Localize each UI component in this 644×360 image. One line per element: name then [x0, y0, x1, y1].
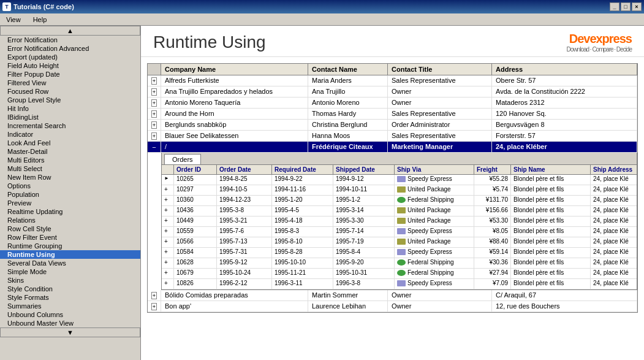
sidebar-item[interactable]: Row Cell Style [0, 224, 140, 233]
main-grid-rows: + Alfreds Futterkiste Maria Anders Sales… [148, 75, 637, 142]
sidebar-item[interactable]: Filter Popup Date [0, 70, 140, 79]
expand-btn[interactable]: + [148, 290, 161, 301]
table-row[interactable]: + Antonio Moreno Taquería Antonio Moreno… [148, 98, 637, 109]
expand-icon[interactable]: + [151, 88, 157, 96]
sub-table-row[interactable]: + 10826 1996-2-12 1996-3-11 1996-3-8 Spe… [162, 279, 637, 289]
selected-row[interactable]: − / Frédérique Citeaux Marketing Manager… [148, 142, 637, 153]
sub-expand[interactable]: + [162, 216, 174, 226]
sidebar-item[interactable]: Unbound Columns [0, 310, 140, 319]
table-row[interactable]: + Berglunds snabbköp Christina Berglund … [148, 120, 637, 131]
sub-table-row[interactable]: + 10360 1994-12-23 1995-1-20 1995-1-2 Fe… [162, 196, 637, 206]
expand-btn[interactable]: + [148, 98, 161, 108]
table-row[interactable]: + Bólido Comidas preparadas Martin Somme… [148, 290, 637, 301]
sidebar-item[interactable]: Master-Detail [0, 147, 140, 156]
company-cell: Antonio Moreno Taquería [161, 98, 308, 108]
expand-icon[interactable]: + [151, 121, 157, 129]
expand-btn[interactable]: + [148, 120, 161, 130]
expand-btn[interactable]: + [148, 109, 161, 119]
table-row[interactable]: + Around the Horn Thomas Hardy Sales Rep… [148, 109, 637, 120]
sidebar-scroll-up[interactable]: ▲ [0, 26, 140, 36]
ship-via-cell: Speedy Express [397, 280, 452, 286]
sidebar-item[interactable]: Error Notification [0, 36, 140, 44]
sidebar-item[interactable]: Row Filter Event [0, 233, 140, 242]
sidebar-scroll-down[interactable]: ▼ [0, 327, 140, 337]
expand-btn[interactable]: + [148, 301, 161, 312]
sidebar-item[interactable]: IBidingList [0, 113, 140, 121]
sub-expand[interactable]: + [162, 185, 174, 195]
sidebar-item[interactable]: Runtime Grouping [0, 242, 140, 250]
sub-expand[interactable]: + [162, 269, 174, 278]
sidebar-item[interactable]: Several Data Views [0, 259, 140, 267]
table-row[interactable]: + Ana Trujillo Emparedados y helados Ana… [148, 86, 637, 98]
expand-icon[interactable]: + [151, 132, 157, 140]
sidebar-item[interactable]: Style Condition [0, 285, 140, 293]
sub-table-row[interactable]: + 10679 1995-10-24 1995-11-21 1995-10-31… [162, 269, 637, 279]
sidebar-item[interactable]: Summaries [0, 302, 140, 310]
title-bar-buttons[interactable]: _ □ × [610, 2, 642, 11]
sidebar-item[interactable]: New Item Row [0, 173, 140, 182]
sub-expand[interactable]: ► [162, 175, 174, 185]
sub-shipname: Blondel père et fils [511, 237, 591, 247]
contact-cell: Antonio Moreno [308, 98, 388, 108]
sidebar-item[interactable]: Hit Info [0, 104, 140, 113]
sidebar-item[interactable]: Skins [0, 276, 140, 285]
sidebar-item[interactable]: Export (updated) [0, 53, 140, 61]
sub-table-row[interactable]: + 10449 1995-3-21 1995-4-18 1995-3-30 Un… [162, 216, 637, 227]
expand-icon[interactable]: + [151, 110, 157, 118]
expand-btn[interactable]: + [148, 75, 161, 86]
sidebar-item[interactable]: Preview [0, 199, 140, 207]
sidebar-item[interactable]: Indicator [0, 130, 140, 139]
selected-expand[interactable]: − [148, 142, 161, 152]
sub-table-row[interactable]: + 10297 1994-10-5 1994-11-16 1994-10-11 … [162, 185, 637, 196]
sidebar-item[interactable]: Multi Select [0, 164, 140, 173]
sub-table-row[interactable]: + 10566 1995-7-13 1995-8-10 1995-7-19 Un… [162, 237, 637, 248]
sub-expand[interactable]: + [162, 227, 174, 237]
table-row[interactable]: + Bon app' Laurence Lebihan Owner 12, ru… [148, 301, 637, 312]
sidebar-item[interactable]: Look And Feel [0, 139, 140, 147]
sub-expand[interactable]: + [162, 279, 174, 289]
sub-shipvia: United Package [395, 237, 474, 247]
expand-icon[interactable]: + [151, 303, 157, 310]
close-button[interactable]: × [632, 2, 642, 11]
table-row[interactable]: + Alfreds Futterkiste Maria Anders Sales… [148, 75, 637, 86]
sidebar-item[interactable]: Filtered View [0, 79, 140, 87]
menu-help[interactable]: Help [29, 15, 51, 25]
sidebar-item[interactable]: Incremental Search [0, 121, 140, 130]
address-cell: Mataderos 2312 [492, 98, 637, 108]
sidebar-item[interactable]: Focused Row [0, 87, 140, 96]
sidebar-item[interactable]: Runtime Using [0, 250, 140, 259]
sidebar-item[interactable]: Unbound Master View [0, 319, 140, 327]
sidebar-item[interactable]: Realtime Updating [0, 207, 140, 216]
sidebar-item[interactable]: Multi Editors [0, 156, 140, 164]
sidebar-item[interactable]: Error Notification Advanced [0, 44, 140, 53]
sub-expand[interactable]: + [162, 206, 174, 216]
sub-col-shipname: Ship Name [511, 165, 591, 174]
sub-table-row[interactable]: + 10559 1995-7-6 1995-8-3 1995-7-14 Spee… [162, 227, 637, 237]
sub-orderdate: 1995-3-8 [217, 206, 272, 216]
sidebar-item[interactable]: Options [0, 182, 140, 190]
expand-icon[interactable]: + [151, 77, 157, 85]
expand-btn[interactable]: + [148, 86, 161, 97]
sidebar-item[interactable]: Style Formats [0, 293, 140, 302]
sub-table-row[interactable]: + 10436 1995-3-8 1995-4-5 1995-3-14 Unit… [162, 206, 637, 216]
expand-btn[interactable]: + [148, 131, 161, 141]
expand-icon[interactable]: + [151, 292, 157, 299]
sub-table-row[interactable]: ► 10265 1994-8-25 1994-9-22 1994-9-12 Sp… [162, 175, 637, 185]
sidebar-item[interactable]: Population [0, 190, 140, 199]
sidebar-item[interactable]: Simple Mode [0, 267, 140, 276]
sub-expand[interactable]: + [162, 196, 174, 205]
sub-table-row[interactable]: + 10628 1995-9-12 1995-10-10 1995-9-20 F… [162, 258, 637, 269]
sub-expand[interactable]: + [162, 237, 174, 247]
menu-view[interactable]: View [2, 15, 25, 25]
sub-expand[interactable]: + [162, 258, 174, 268]
sub-table-row[interactable]: + 10584 1995-7-31 1995-8-28 1995-8-4 Spe… [162, 248, 637, 258]
expand-icon[interactable]: + [151, 99, 157, 107]
sub-expand[interactable]: + [162, 248, 174, 258]
orders-tab[interactable]: Orders [164, 154, 201, 164]
minimize-button[interactable]: _ [610, 2, 619, 11]
maximize-button[interactable]: □ [621, 2, 631, 11]
sidebar-item[interactable]: Relations [0, 216, 140, 224]
table-row[interactable]: + Blauer See Delikatessen Hanna Moos Sal… [148, 131, 637, 142]
sidebar-item[interactable]: Field Auto Height [0, 61, 140, 70]
sidebar-item[interactable]: Group Level Style [0, 96, 140, 104]
